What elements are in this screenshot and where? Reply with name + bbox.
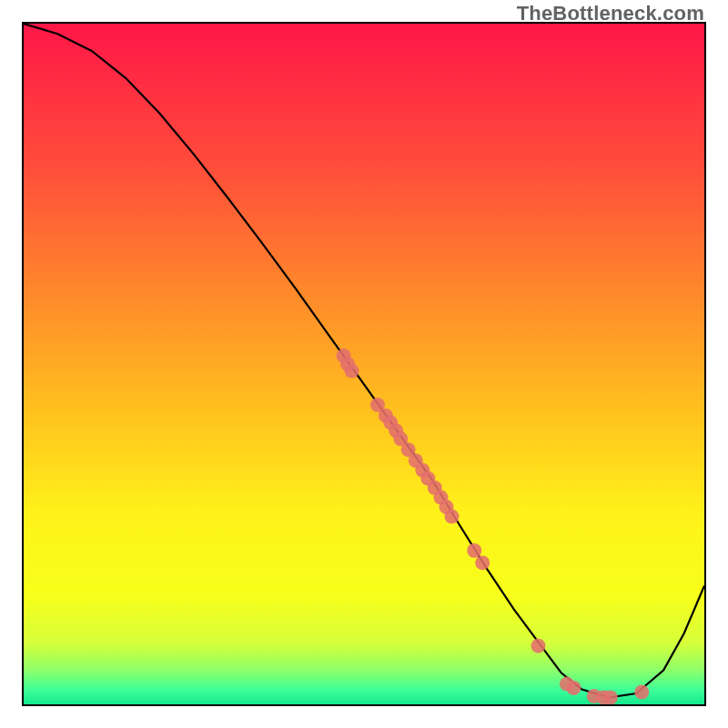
data-point [475, 555, 490, 570]
chart-wrapper: TheBottleneck.com [0, 0, 728, 728]
plot-area [22, 22, 706, 706]
data-points [337, 349, 650, 704]
data-point [345, 364, 359, 379]
data-point [566, 681, 581, 695]
data-point [467, 543, 481, 558]
data-point [445, 510, 460, 524]
curve-layer [24, 24, 704, 704]
data-point [634, 685, 649, 700]
bottleneck-curve [24, 24, 704, 698]
data-point [531, 639, 546, 653]
data-point [603, 691, 618, 705]
